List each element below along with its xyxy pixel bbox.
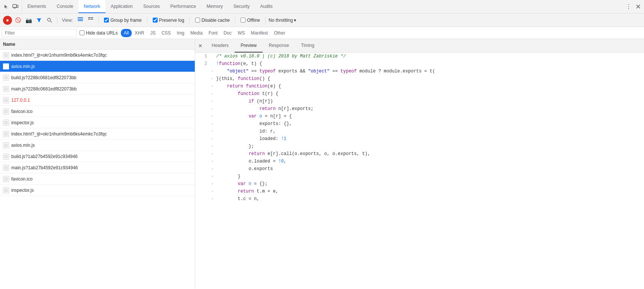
file-item[interactable]: 127.0.0.1 [0,95,195,106]
view-list-button[interactable] [76,16,85,24]
preserve-log-label[interactable]: Preserve log [153,18,184,23]
toolbar-divider [57,17,57,24]
filter-type-media[interactable]: Media [187,29,206,37]
code-area[interactable]: 1/* axios v0.18.0 | (c) 2018 by Matt Zab… [195,53,644,289]
tab-security[interactable]: Security [228,0,255,13]
filter-type-all[interactable]: All [121,29,132,37]
more-options-icon[interactable]: ⋮ [624,2,633,12]
filter-type-manifest[interactable]: Manifest [248,29,271,37]
throttle-select[interactable]: No throttling ▾ [269,18,296,23]
line-number: 2 [195,60,210,68]
file-item[interactable]: main.js?2288c0681edf822073bb [0,83,195,95]
cursor-icon[interactable] [3,3,10,10]
close-devtools-button[interactable]: ✕ [635,3,641,11]
disable-cache-label[interactable]: Disable cache [195,18,230,23]
line-content: return t.m = e, [215,188,644,195]
file-item[interactable]: index.html?_ijt=okr1nhurm9mb6ks4emkc7o3f… [0,128,195,140]
svg-rect-18 [5,110,8,113]
tab-memory[interactable]: Memory [202,0,228,13]
line-number [195,98,210,105]
line-content: function t(r) { [215,90,644,98]
file-item[interactable]: build.js?2288c0681edf822073bb [0,72,195,83]
preserve-log-checkbox[interactable] [153,18,158,23]
file-item[interactable]: inspector.js [0,117,195,128]
file-name: main.js?2288c0681edf822073bb [11,86,192,92]
close-preview-button[interactable]: ✕ [198,43,203,49]
view-tree-button[interactable] [86,16,95,24]
file-icon [3,165,9,171]
svg-rect-21 [5,144,8,147]
filter-type-css[interactable]: CSS [158,29,174,37]
file-item[interactable]: inspector.js [0,185,195,196]
hide-data-urls-label[interactable]: Hide data URLs [80,30,118,36]
code-line: - var n = {}; [195,180,644,188]
file-item[interactable]: axios.min.js [0,140,195,151]
screenshot-button[interactable]: 📷 [24,16,33,25]
file-item[interactable]: main.js?1ab27b4592e91c934946 [0,162,195,173]
offline-label[interactable]: Offline [241,18,260,23]
file-icon [3,97,9,103]
file-item[interactable]: favicon.ico [0,173,195,185]
filter-type-js[interactable]: JS [147,29,158,37]
group-by-frame-label[interactable]: Group by frame [104,18,141,23]
preview-tab-headers[interactable]: Headers [206,39,235,53]
record-button[interactable]: ● [3,16,12,25]
file-item[interactable]: index.html?_ijt=okr1nhurm9mb6ks4emkc7o3f… [0,50,195,61]
line-number [195,135,210,143]
line-content: /* axios v0.18.0 | (c) 2018 by Matt Zabr… [215,53,644,60]
tab-console[interactable]: Console [51,0,78,13]
line-number [195,180,210,188]
file-item[interactable]: favicon.ico [0,106,195,117]
clear-button[interactable]: 🚫 [14,16,23,25]
code-line: - }; [195,143,644,150]
preview-tab-timing[interactable]: Timing [295,39,320,53]
tab-elements[interactable]: Elements [22,0,51,13]
line-number [195,188,210,195]
code-line: - if (n[r]) [195,98,644,105]
line-dash: - [210,98,215,105]
svg-rect-16 [5,87,8,90]
file-icon [3,86,9,92]
tab-application[interactable]: Application [105,0,138,13]
offline-checkbox[interactable] [241,18,245,23]
filter-type-xhr[interactable]: XHR [132,29,147,37]
line-dash: - [210,83,215,90]
file-icon [3,75,9,81]
group-by-frame-checkbox[interactable] [104,18,109,23]
file-item[interactable]: build.js?1ab27b4592e91c934946 [0,151,195,162]
file-icon [3,131,9,137]
filter-button[interactable] [35,16,44,25]
filter-input[interactable] [2,29,77,37]
line-dash: - [210,113,215,120]
line-content: t.c = n, [215,195,644,203]
disable-cache-checkbox[interactable] [195,18,200,23]
filter-type-ws[interactable]: WS [235,29,248,37]
hide-data-urls-checkbox[interactable] [80,30,84,35]
search-button[interactable] [45,16,54,25]
filter-type-other[interactable]: Other [271,29,288,37]
svg-rect-9 [88,17,90,18]
file-icon [3,187,9,193]
tab-audits[interactable]: Audits [255,0,278,13]
tab-performance[interactable]: Performance [165,0,202,13]
code-line: - "object" == typeof exports && "object"… [195,68,644,75]
preview-tab-response[interactable]: Response [263,39,295,53]
file-icon [3,108,9,114]
filter-type-doc[interactable]: Doc [221,29,235,37]
code-line: - return t.m = e, [195,188,644,195]
line-dash: - [210,180,215,188]
tab-sources[interactable]: Sources [138,0,165,13]
line-content: }(this, function() { [215,75,644,83]
code-line: - var o = n[r] = { [195,113,644,120]
line-content: exports: {}, [215,120,644,128]
line-dash: - [210,143,215,150]
tab-network[interactable]: Network [78,0,105,13]
device-icon[interactable] [12,3,19,10]
file-item[interactable]: axios.min.js [0,61,195,72]
preview-tab-preview[interactable]: Preview [235,39,263,53]
filter-type-img[interactable]: Img [174,29,187,37]
line-content: return function(e) { [215,83,644,90]
filter-type-font[interactable]: Font [206,29,221,37]
line-dash: - [210,150,215,158]
toolbar-divider-5 [235,17,235,24]
